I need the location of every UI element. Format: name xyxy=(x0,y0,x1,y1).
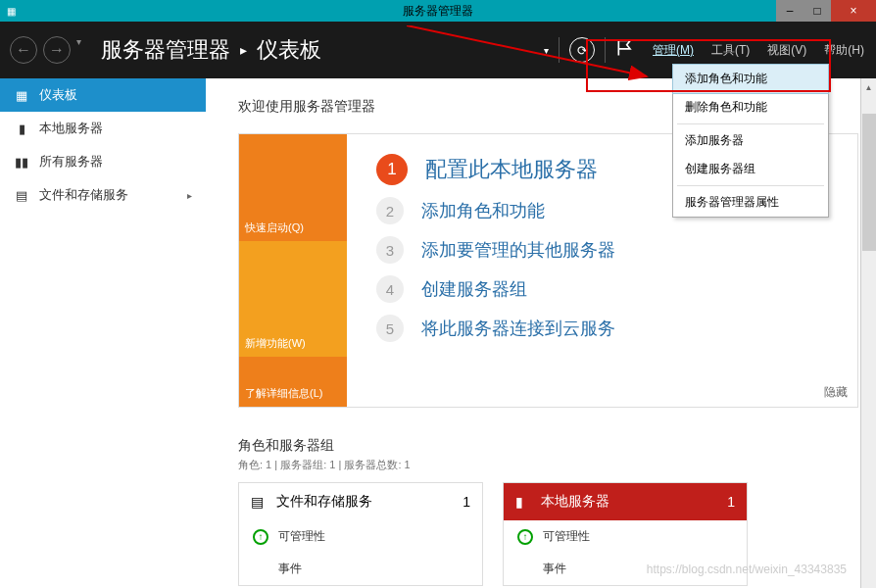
nav-forward-button[interactable]: → xyxy=(43,36,71,64)
menu-add-roles[interactable]: 添加角色和功能 xyxy=(673,65,828,93)
hide-link[interactable]: 隐藏 xyxy=(824,384,848,401)
step-label: 创建服务器组 xyxy=(421,277,527,301)
step-number-icon: 1 xyxy=(376,154,408,185)
menu-separator xyxy=(677,123,824,124)
menu-manage[interactable]: 管理(M) xyxy=(651,38,696,63)
sidebar-item-local-server[interactable]: ▮ 本地服务器 xyxy=(0,112,206,145)
status-ok-icon: ↑ xyxy=(253,529,268,545)
step-create-group[interactable]: 4 创建服务器组 xyxy=(376,275,828,303)
separator xyxy=(605,37,606,63)
tile-file-storage[interactable]: ▤ 文件和存储服务 1 ↑ 可管理性 事件 xyxy=(238,482,483,586)
tile-row-manage[interactable]: ↑ 可管理性 xyxy=(504,520,747,553)
tile-row-label: 事件 xyxy=(278,561,302,577)
tile-row-manage[interactable]: ↑ 可管理性 xyxy=(239,520,482,553)
menu-remove-roles[interactable]: 删除角色和功能 xyxy=(673,93,828,122)
step-number-icon: 5 xyxy=(376,315,404,342)
whats-new-tab[interactable]: 新增功能(W) xyxy=(239,241,347,357)
menu-separator xyxy=(677,185,824,186)
sidebar-label: 仪表板 xyxy=(39,86,77,104)
tile-title: 本地服务器 xyxy=(541,493,609,511)
breadcrumb-page: 仪表板 xyxy=(257,35,321,65)
notifications-flag-icon[interactable] xyxy=(615,38,635,62)
menu-add-servers[interactable]: 添加服务器 xyxy=(673,126,828,155)
step-label: 配置此本地服务器 xyxy=(425,155,598,184)
nav-back-button[interactable]: ← xyxy=(10,36,37,64)
watermark-text: https://blog.csdn.net/weixin_43343835 xyxy=(647,563,847,576)
separator xyxy=(559,37,560,63)
breadcrumb: 服务器管理器 ▸ 仪表板 xyxy=(101,35,321,65)
nav-dropdown-icon[interactable]: ▾ xyxy=(76,36,81,64)
roles-subtitle: 角色: 1 | 服务器组: 1 | 服务器总数: 1 xyxy=(238,458,858,472)
roles-section-title: 角色和服务器组 xyxy=(238,437,858,455)
minimize-button[interactable]: – xyxy=(776,0,803,22)
breadcrumb-app: 服务器管理器 xyxy=(101,35,230,65)
status-ok-icon: ↑ xyxy=(517,529,533,545)
step-label: 将此服务器连接到云服务 xyxy=(421,317,615,340)
step-add-servers[interactable]: 3 添加要管理的其他服务器 xyxy=(376,236,828,264)
sidebar-item-all-servers[interactable]: ▮▮ 所有服务器 xyxy=(0,145,206,178)
step-number-icon: 3 xyxy=(376,236,404,264)
tile-row-label: 可管理性 xyxy=(543,528,590,545)
quick-start-tab[interactable]: 快速启动(Q) xyxy=(239,134,347,241)
storage-icon: ▤ xyxy=(251,494,267,510)
maximize-button[interactable]: □ xyxy=(803,0,831,22)
close-button[interactable]: × xyxy=(831,0,876,22)
scroll-up-icon[interactable]: ▲ xyxy=(862,80,876,94)
tile-row-events[interactable]: 事件 xyxy=(239,553,482,585)
step-connect-cloud[interactable]: 5 将此服务器连接到云服务 xyxy=(376,315,828,342)
tile-title: 文件和存储服务 xyxy=(276,493,372,511)
menu-properties[interactable]: 服务器管理器属性 xyxy=(673,188,828,217)
breadcrumb-separator-icon: ▸ xyxy=(240,42,247,58)
step-label: 添加要管理的其他服务器 xyxy=(421,238,615,262)
menu-tools[interactable]: 工具(T) xyxy=(709,38,752,63)
servers-icon: ▮▮ xyxy=(14,154,29,170)
menu-help[interactable]: 帮助(H) xyxy=(822,38,866,63)
scroll-thumb[interactable] xyxy=(862,114,876,251)
header-dropdown-icon[interactable]: ▾ xyxy=(544,45,549,56)
app-icon: ▦ xyxy=(0,0,22,22)
refresh-button[interactable]: ⟳ xyxy=(569,37,595,63)
window-title: 服务器管理器 xyxy=(403,3,473,20)
tile-count: 1 xyxy=(462,494,470,510)
storage-icon: ▤ xyxy=(14,187,29,203)
sidebar-label: 文件和存储服务 xyxy=(39,186,128,204)
server-icon: ▮ xyxy=(14,121,29,136)
sidebar-item-file-storage[interactable]: ▤ 文件和存储服务 ▸ xyxy=(0,178,206,212)
sidebar-item-dashboard[interactable]: ▦ 仪表板 xyxy=(0,78,206,112)
sidebar-label: 所有服务器 xyxy=(39,153,103,171)
learn-more-tab[interactable]: 了解详细信息(L) xyxy=(239,357,347,407)
chevron-right-icon: ▸ xyxy=(187,190,192,201)
sidebar-label: 本地服务器 xyxy=(39,120,103,137)
step-label: 添加角色和功能 xyxy=(421,199,545,222)
vertical-scrollbar[interactable]: ▲ xyxy=(860,78,876,588)
dashboard-icon: ▦ xyxy=(14,87,29,103)
tile-count: 1 xyxy=(727,494,735,510)
tile-row-label: 可管理性 xyxy=(278,528,325,545)
step-number-icon: 2 xyxy=(376,197,404,224)
step-number-icon: 4 xyxy=(376,275,404,303)
manage-dropdown: 添加角色和功能 删除角色和功能 添加服务器 创建服务器组 服务器管理器属性 xyxy=(672,64,829,218)
menu-view[interactable]: 视图(V) xyxy=(765,38,808,63)
tile-row-label: 事件 xyxy=(543,561,566,577)
server-icon: ▮ xyxy=(515,494,531,510)
menu-create-group[interactable]: 创建服务器组 xyxy=(673,155,828,183)
